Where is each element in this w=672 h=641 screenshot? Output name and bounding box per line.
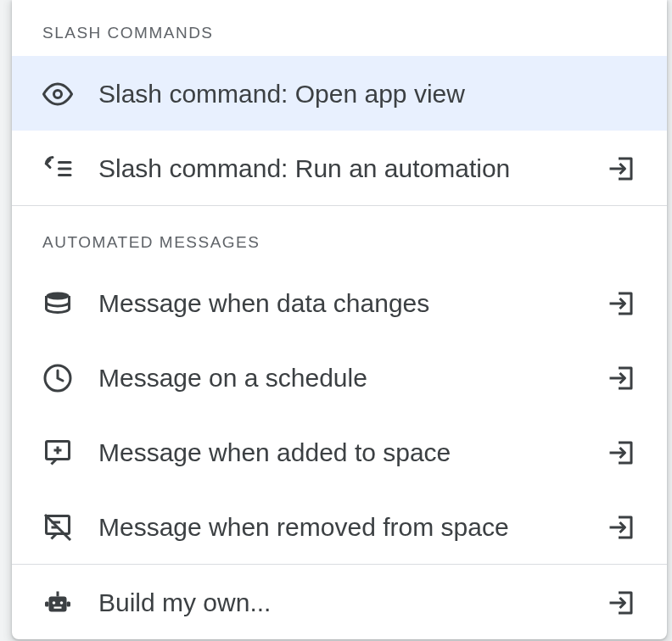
arrow-enter-icon	[606, 153, 636, 184]
arrow-enter-icon	[606, 588, 636, 618]
automation-icon	[42, 153, 73, 184]
svg-point-4	[47, 292, 70, 299]
menu-item-label: Slash command: Run an automation	[98, 154, 606, 183]
section-header-automated-messages: AUTOMATED MESSAGES	[12, 206, 667, 265]
menu-item-open-app-view[interactable]: Slash command: Open app view	[12, 56, 667, 131]
add-comment-icon	[42, 438, 73, 468]
menu-item-label: Message on a schedule	[98, 364, 606, 393]
svg-point-15	[53, 601, 56, 605]
clock-icon	[42, 363, 73, 393]
menu-item-label: Build my own...	[98, 588, 606, 617]
menu-item-added-to-space[interactable]: Message when added to space	[12, 415, 667, 489]
svg-point-0	[54, 90, 62, 98]
svg-rect-17	[54, 606, 62, 608]
eye-icon	[42, 79, 73, 109]
arrow-enter-icon	[606, 288, 636, 319]
svg-rect-18	[45, 601, 49, 606]
svg-rect-19	[67, 601, 71, 606]
menu-panel: SLASH COMMANDS Slash command: Open app v…	[12, 0, 667, 639]
menu-item-label: Slash command: Open app view	[98, 80, 636, 109]
menu-item-data-changes[interactable]: Message when data changes	[12, 265, 667, 340]
arrow-enter-icon	[606, 438, 636, 468]
section-header-slash-commands: SLASH COMMANDS	[12, 0, 667, 56]
robot-icon	[42, 588, 73, 618]
menu-item-build-my-own[interactable]: Build my own...	[12, 565, 667, 639]
menu-item-label: Message when removed from space	[98, 513, 606, 542]
menu-item-label: Message when added to space	[98, 438, 606, 467]
svg-line-12	[45, 515, 70, 540]
menu-item-schedule[interactable]: Message on a schedule	[12, 340, 667, 415]
menu-item-removed-from-space[interactable]: Message when removed from space	[12, 489, 667, 564]
svg-point-16	[60, 601, 64, 605]
menu-item-run-automation[interactable]: Slash command: Run an automation	[12, 131, 667, 205]
svg-rect-13	[49, 596, 67, 611]
arrow-enter-icon	[606, 512, 636, 543]
speaker-notes-off-icon	[42, 512, 73, 543]
menu-item-label: Message when data changes	[98, 289, 606, 318]
arrow-enter-icon	[606, 363, 636, 393]
database-icon	[42, 288, 73, 319]
svg-rect-14	[57, 591, 59, 596]
